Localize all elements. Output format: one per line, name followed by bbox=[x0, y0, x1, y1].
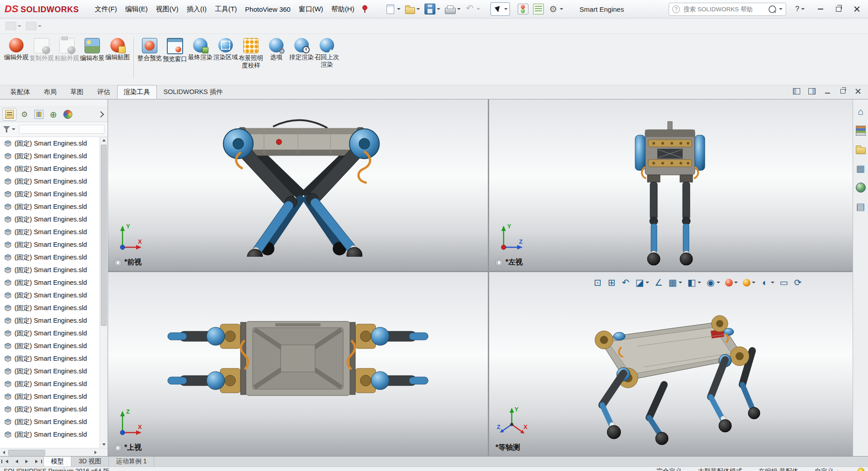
help-menu[interactable]: ? bbox=[793, 5, 807, 13]
file-explorer[interactable] bbox=[855, 144, 867, 155]
tree-item[interactable]: (固定) Smart Engines.sld bbox=[0, 339, 99, 352]
tree-item[interactable]: (固定) Smart Engines.sld bbox=[0, 289, 99, 301]
dropdown-caret-icon[interactable] bbox=[504, 8, 508, 10]
document-tab[interactable]: 运动算例 1 bbox=[109, 457, 155, 466]
scroll-left-icon[interactable] bbox=[0, 449, 8, 456]
viewport-restore-icon[interactable] bbox=[838, 87, 847, 96]
window-restore-icon[interactable] bbox=[832, 3, 845, 15]
command-tab[interactable]: SOLIDWORKS 插件 bbox=[157, 85, 230, 99]
scroll-down-icon[interactable] bbox=[100, 441, 108, 448]
dropdown-caret-icon[interactable] bbox=[560, 8, 563, 10]
toolbar-flyout-icon[interactable] bbox=[26, 22, 42, 30]
tree-vertical-scrollbar[interactable] bbox=[99, 137, 108, 448]
photoview-options[interactable]: 选项 bbox=[264, 36, 289, 71]
view-palette[interactable] bbox=[855, 163, 867, 174]
paste-appearance[interactable]: 粘贴外观 bbox=[54, 36, 80, 64]
menu-item[interactable]: PhotoView 360 bbox=[241, 3, 295, 16]
displaymanager-icon[interactable] bbox=[61, 108, 74, 120]
command-tab[interactable]: 渲染工具 bbox=[117, 85, 157, 99]
viewport-isometric[interactable]: Y X Z *等轴测 bbox=[489, 272, 853, 456]
tree-item[interactable]: (固定) Smart Engines.sld bbox=[0, 150, 99, 162]
command-tab[interactable]: 装配体 bbox=[4, 85, 37, 99]
viewport-minimize-icon[interactable] bbox=[823, 87, 832, 96]
menu-item[interactable]: 工具(T) bbox=[211, 2, 241, 16]
custom-properties[interactable] bbox=[855, 201, 867, 212]
command-tab[interactable]: 草图 bbox=[64, 85, 90, 99]
window-close-icon[interactable] bbox=[850, 3, 863, 15]
integrated-preview[interactable]: 整合预览 bbox=[137, 36, 162, 71]
tree-horizontal-scrollbar[interactable] bbox=[0, 448, 108, 456]
viewport-close-icon[interactable] bbox=[854, 87, 863, 96]
tree-item[interactable]: (固定) Smart Engines.sld bbox=[0, 238, 99, 251]
select-tool[interactable] bbox=[491, 2, 510, 16]
scrollbar-thumb[interactable] bbox=[8, 450, 45, 456]
scroll-right-icon[interactable] bbox=[92, 449, 99, 456]
view-indicator-icon[interactable] bbox=[114, 444, 122, 452]
menu-item[interactable]: 编辑(E) bbox=[121, 2, 152, 16]
menu-item[interactable]: 窗口(W) bbox=[295, 2, 327, 16]
tree-item[interactable]: (固定) Smart Engines.sld bbox=[0, 390, 99, 403]
tree-item[interactable]: (固定) Smart Engines.sld bbox=[0, 415, 99, 428]
status-large-assembly-mode[interactable]: 大型装配体模式 bbox=[698, 467, 742, 471]
rebuild[interactable] bbox=[515, 2, 531, 16]
edit-scene[interactable]: 编辑布景 bbox=[80, 36, 105, 64]
filter-icon[interactable] bbox=[3, 126, 10, 132]
tree-item[interactable]: (固定) Smart Engines.sld bbox=[0, 213, 99, 226]
appearances-scenes[interactable] bbox=[855, 182, 867, 193]
tree-item[interactable]: (固定) Smart Engines.sld bbox=[0, 226, 99, 238]
first-tab-icon[interactable] bbox=[2, 458, 11, 465]
tree-item[interactable]: (固定) Smart Engines.sld bbox=[0, 403, 99, 415]
tree-item[interactable]: (固定) Smart Engines.sld bbox=[0, 188, 99, 200]
search-icon[interactable] bbox=[769, 5, 776, 13]
viewport-front[interactable]: Y X *前视 bbox=[108, 99, 488, 271]
tree-item[interactable]: (固定) Smart Engines.sld bbox=[0, 365, 99, 377]
copy-appearance[interactable]: 复制外观 bbox=[29, 36, 54, 64]
new-document[interactable] bbox=[383, 2, 403, 16]
tree-item[interactable]: (固定) Smart Engines.sld bbox=[0, 352, 99, 365]
status-custom-menu[interactable]: 自定义 bbox=[815, 467, 840, 471]
dropdown-caret-icon[interactable] bbox=[416, 8, 420, 10]
scrollbar-thumb[interactable] bbox=[101, 145, 107, 326]
view-indicator-icon[interactable] bbox=[114, 259, 122, 266]
pin-menu-icon[interactable] bbox=[361, 5, 368, 13]
prev-tab-icon[interactable] bbox=[12, 458, 21, 465]
scene-illumination-proof[interactable]: 布景照明度校样 bbox=[238, 36, 264, 71]
menu-item[interactable]: 视图(V) bbox=[152, 2, 183, 16]
search-input[interactable] bbox=[683, 5, 766, 13]
tree-item[interactable]: (固定) Smart Engines.sld bbox=[0, 301, 99, 314]
expand-panel-icon[interactable] bbox=[98, 111, 104, 118]
search-scope-caret-icon[interactable] bbox=[779, 8, 783, 10]
panel-splitter-handle[interactable] bbox=[0, 99, 108, 107]
tree-item[interactable]: (固定) Smart Engines.sld bbox=[0, 377, 99, 390]
filter-caret-icon[interactable] bbox=[12, 128, 15, 130]
tile-pane-right-icon[interactable] bbox=[807, 87, 816, 96]
last-tab-icon[interactable] bbox=[32, 458, 41, 465]
undo[interactable] bbox=[463, 2, 482, 16]
propertymanager-icon[interactable] bbox=[18, 108, 31, 120]
window-minimize-icon[interactable] bbox=[814, 3, 827, 15]
tile-pane-left-icon[interactable] bbox=[792, 87, 801, 96]
final-render[interactable]: 最终渲染 bbox=[188, 36, 213, 71]
command-tab[interactable]: 布局 bbox=[37, 85, 64, 99]
edit-appearance[interactable]: 编辑外观 bbox=[4, 36, 29, 64]
tree-item[interactable]: (固定) Smart Engines.sld bbox=[0, 162, 99, 175]
configurationmanager-icon[interactable] bbox=[33, 108, 45, 120]
tree-item[interactable]: (固定) Smart Engines.sld bbox=[0, 314, 99, 327]
design-library[interactable] bbox=[855, 125, 867, 137]
menu-item[interactable]: 文件(F) bbox=[91, 2, 121, 16]
preview-window[interactable]: 预览窗口 bbox=[162, 36, 188, 71]
print-document[interactable] bbox=[443, 3, 463, 16]
viewport-left[interactable]: Y Z *左视 bbox=[489, 99, 853, 271]
solidworks-resources[interactable] bbox=[855, 106, 867, 118]
dropdown-caret-icon[interactable] bbox=[397, 8, 401, 10]
dropdown-caret-icon[interactable] bbox=[437, 8, 440, 10]
menu-item[interactable]: 帮助(H) bbox=[327, 2, 359, 16]
document-tab[interactable]: 3D 视图 bbox=[71, 457, 109, 466]
schedule-render[interactable]: 排定渲染 bbox=[289, 36, 314, 71]
edit-decal[interactable]: 编辑贴图 bbox=[105, 36, 130, 64]
filter-field[interactable] bbox=[19, 125, 104, 134]
open-document[interactable] bbox=[403, 3, 422, 16]
recall-last-render[interactable]: 召回上次渲染 bbox=[314, 36, 340, 71]
tree-item[interactable]: (固定) Smart Engines.sld bbox=[0, 251, 99, 264]
featuremanager-tree-icon[interactable] bbox=[3, 108, 16, 121]
